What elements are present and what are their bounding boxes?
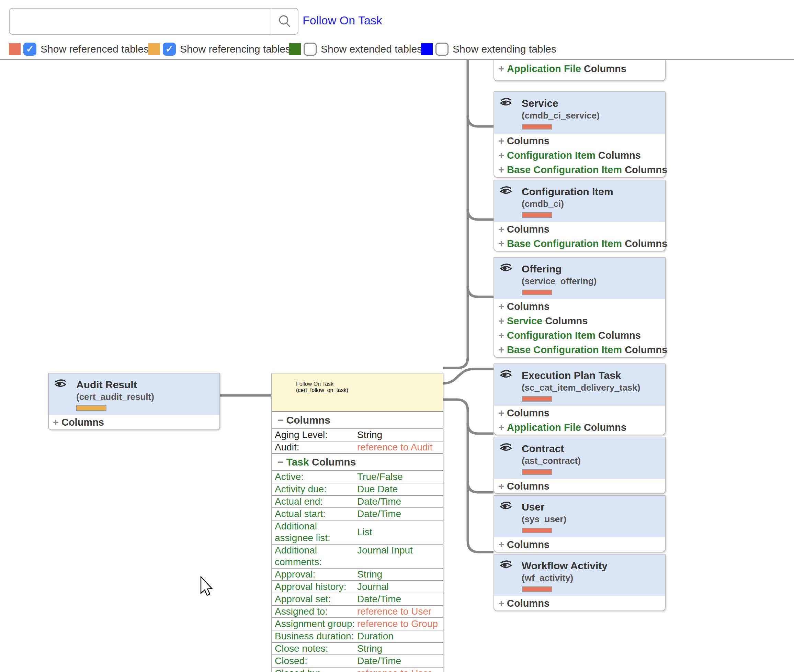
- eye-icon[interactable]: [500, 263, 512, 273]
- table-db-name: (cmdb_ci_service): [522, 110, 661, 121]
- column-name: Actual start:: [272, 508, 357, 520]
- plus-icon: +: [53, 417, 59, 428]
- search-input[interactable]: [10, 9, 271, 34]
- column-name: Additional assignee list:: [272, 520, 357, 544]
- column-type: Due Date: [357, 483, 398, 495]
- current-table-link[interactable]: Follow On Task: [303, 14, 382, 27]
- table-search: [9, 8, 299, 35]
- parent-table-name: Configuration Item: [507, 150, 596, 161]
- table-db-name: (wf_activity): [522, 572, 661, 583]
- row-label: Columns: [598, 150, 641, 161]
- plus-icon: +: [498, 315, 504, 326]
- eye-icon[interactable]: [500, 501, 512, 511]
- column-row: Active: True/False: [272, 470, 443, 483]
- column-row: Business duration: Duration: [272, 630, 443, 642]
- eye-icon[interactable]: [500, 98, 512, 107]
- legend-show-extending: Show extending tables: [421, 42, 556, 56]
- plus-icon: +: [498, 301, 504, 312]
- show-extended-checkbox[interactable]: [304, 43, 316, 56]
- table-header[interactable]: Contract (ast_contract): [494, 437, 665, 479]
- row-label: Columns: [598, 330, 641, 341]
- expand-row-service-columns[interactable]: +Service Columns: [494, 314, 665, 328]
- parent-table-name: Base Configuration Item: [507, 164, 622, 175]
- expand-row-base-configuration-item-columns[interactable]: +Base Configuration Item Columns: [494, 342, 665, 357]
- expand-row-base-configuration-item-columns[interactable]: +Base Configuration Item Columns: [494, 163, 665, 177]
- table-db-name: (cert_follow_on_task): [296, 387, 439, 394]
- plus-icon: +: [498, 224, 504, 235]
- table-box-audit-result: Audit Result (cert_audit_result) +Column…: [48, 373, 220, 430]
- table-header[interactable]: User (sys_user): [494, 496, 665, 537]
- show-referenced-checkbox[interactable]: ✓: [23, 43, 37, 56]
- section-label: Columns: [312, 456, 356, 467]
- expand-row-columns[interactable]: +Columns: [494, 596, 665, 611]
- table-header[interactable]: Service (cmdb_ci_service): [494, 92, 665, 134]
- row-label: Columns: [507, 539, 550, 550]
- eye-icon[interactable]: [54, 379, 67, 389]
- table-db-name: (service_offering): [522, 275, 661, 286]
- table-title: Follow On Task: [296, 381, 439, 387]
- expand-row-configuration-item-columns[interactable]: +Configuration Item Columns: [494, 148, 665, 163]
- table-db-name: (cmdb_ci): [522, 198, 661, 209]
- row-label: Columns: [507, 598, 550, 609]
- legend-show-referencing: ✓ Show referencing tables: [149, 42, 291, 56]
- expand-row-application-file-columns[interactable]: +Application File Columns: [494, 60, 665, 80]
- table-header[interactable]: Audit Result (cert_audit_result): [49, 373, 219, 415]
- parent-table-name: Configuration Item: [507, 330, 596, 341]
- row-label: Columns: [625, 164, 667, 175]
- table-box-follow-on-task: Follow On Task (cert_follow_on_task) −Co…: [271, 373, 443, 672]
- parent-table-name: Application File: [507, 422, 581, 433]
- columns-table: −Columns Aging Level: String Audit: refe…: [272, 411, 443, 672]
- column-type: Duration: [357, 630, 393, 642]
- eye-icon[interactable]: [500, 370, 512, 379]
- column-name: Activity due:: [272, 483, 357, 495]
- expand-row-configuration-item-columns[interactable]: +Configuration Item Columns: [494, 328, 665, 342]
- column-name: Additional comments:: [272, 544, 357, 568]
- table-header[interactable]: Configuration Item (cmdb_ci): [494, 180, 665, 222]
- column-row: Additional assignee list: List: [272, 520, 443, 544]
- collapse-row-columns[interactable]: −Columns: [272, 411, 443, 429]
- expand-row-columns[interactable]: +Columns: [494, 134, 665, 148]
- show-referencing-checkbox[interactable]: ✓: [163, 43, 176, 56]
- expand-row-columns[interactable]: +Columns: [494, 537, 665, 552]
- expand-row-base-configuration-item-columns[interactable]: +Base Configuration Item Columns: [494, 236, 665, 251]
- column-row: Assigned to: reference to User: [272, 605, 443, 618]
- row-label: Columns: [625, 344, 667, 355]
- column-row: Actual end: Date/Time: [272, 495, 443, 507]
- eye-icon[interactable]: [500, 443, 512, 453]
- referenced-color-swatch: [9, 43, 21, 55]
- column-type: reference to User: [357, 606, 431, 618]
- column-row: Actual start: Date/Time: [272, 507, 443, 520]
- plus-icon: +: [498, 164, 504, 175]
- table-header[interactable]: Offering (service_offering): [494, 258, 665, 299]
- expand-row-application-file-columns[interactable]: +Application File Columns: [494, 420, 665, 435]
- column-row: Closed: Date/Time: [272, 654, 443, 667]
- wire-trunk-bottom: [443, 400, 494, 552]
- section-label: Columns: [286, 414, 331, 426]
- referencing-bar: [76, 405, 107, 411]
- table-header[interactable]: Execution Plan Task (sc_cat_item_deliver…: [494, 364, 665, 406]
- table-db-name: (ast_contract): [522, 455, 661, 466]
- expand-row-columns[interactable]: +Columns: [494, 406, 665, 420]
- expand-row-columns[interactable]: +Columns: [49, 415, 219, 429]
- referenced-bar: [522, 290, 552, 295]
- column-type: String: [357, 569, 382, 580]
- column-type: Date/Time: [357, 496, 401, 507]
- plus-icon: +: [498, 150, 504, 161]
- plus-icon: +: [498, 63, 504, 74]
- column-name: Assigned to:: [272, 606, 357, 618]
- table-header[interactable]: Follow On Task (cert_follow_on_task): [272, 373, 443, 411]
- plus-icon: +: [498, 238, 504, 249]
- search-button[interactable]: [271, 9, 298, 34]
- table-title: Contract: [522, 442, 661, 455]
- row-label: Columns: [507, 301, 550, 312]
- column-type: Date/Time: [357, 655, 401, 667]
- expand-row-columns[interactable]: +Columns: [494, 222, 665, 236]
- eye-icon[interactable]: [500, 560, 512, 570]
- task-columns-section: Active: True/False Activity due: Due Dat…: [272, 470, 443, 672]
- expand-row-columns[interactable]: +Columns: [494, 479, 665, 493]
- eye-icon[interactable]: [500, 186, 512, 195]
- table-header[interactable]: Workflow Activity (wf_activity): [494, 555, 665, 596]
- show-extending-checkbox[interactable]: [436, 43, 449, 56]
- collapse-row-task-columns[interactable]: −Task Columns: [272, 453, 443, 470]
- expand-row-columns[interactable]: +Columns: [494, 299, 665, 314]
